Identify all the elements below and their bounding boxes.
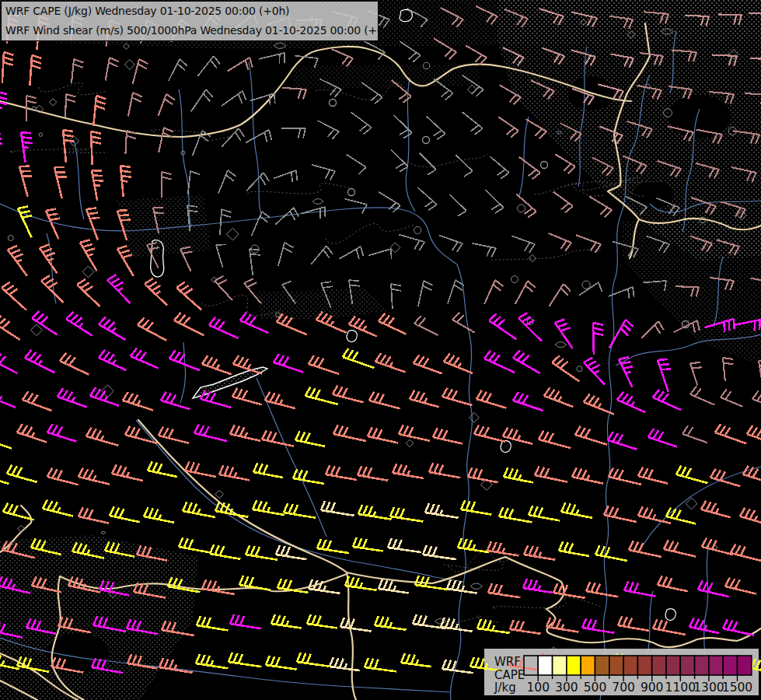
wind-barb [488,583,521,597]
wind-barb [369,392,400,409]
wind-barb [209,317,238,338]
stipple-top-center [291,64,480,89]
wind-barb [123,392,153,411]
white-outline-blob [501,441,511,453]
calm-circle [423,137,430,144]
wind-barb [584,358,605,385]
circle-glyph [511,276,518,283]
wind-barb [79,468,110,485]
wind-barb [311,246,333,264]
wind-barb [43,500,73,516]
legend-color-cell [581,656,595,675]
wind-barb [99,317,126,340]
wind-barb [452,313,475,333]
wind-barb [487,541,519,555]
wind-barb [191,89,213,111]
circle-glyph [414,226,421,233]
circle-glyph [8,235,13,240]
wind-barb [476,390,506,408]
wind-barb [752,390,761,408]
legend-tick-label: 300 [555,681,578,695]
wind-barb [77,279,100,306]
wind-barb [658,576,688,591]
legend-tick-label: 700 [612,681,635,695]
legend-tick-label: 100 [527,681,550,695]
wind-barb [535,466,567,481]
wind-barb [66,312,93,336]
wind-barb [731,544,761,562]
legend-color-cell [680,656,694,675]
wind-barb [232,388,262,405]
wind-barb [210,544,240,559]
wind-barb [513,351,540,373]
river-zala [180,342,186,403]
stipple-hole [668,95,731,138]
wind-barb [529,506,560,520]
wind-barb [390,507,424,522]
wind-barb [429,463,460,478]
weather-map-svg: 100300500700900110013001500WRFCAPEJ/kg [0,0,761,700]
wind-barb [747,425,761,444]
wind-barb [222,91,246,106]
wind-barb [702,538,733,555]
legend-tick-label: 1300 [693,681,724,695]
wind-barb [553,583,585,598]
wind-barb [246,545,278,560]
diamond-glyph [31,324,43,336]
stipple-above-lake [257,288,389,320]
wind-barb [0,352,18,373]
wind-barb [468,467,498,482]
wind-barb [582,618,614,633]
wind-barb [145,278,167,306]
wind-barb [477,619,510,633]
wind-barb [110,506,140,522]
wind-barb [30,55,41,86]
wind-barb [461,500,491,515]
wind-barb [86,428,118,446]
diamond-glyph [470,412,480,422]
wind-barb [353,537,383,551]
wind-barb [358,466,388,481]
wind-barb [539,431,571,449]
river-danube-upper [0,204,457,264]
wind-barb [410,390,439,408]
wind-barb [715,424,747,443]
wind-barb [333,386,364,403]
wind-barb [79,507,109,523]
legend-tick-label: 1500 [722,681,752,695]
wind-barb [201,390,232,408]
wind-barb [340,618,372,632]
circle-glyph [577,366,582,372]
wind-barb [604,506,637,522]
legend-tick-label: 500 [584,681,607,695]
wind-barb [484,280,503,304]
wind-barb [490,156,509,178]
wind-barb [138,317,166,340]
wind-barb [159,94,175,116]
wind-barb [624,581,655,597]
stipple-hole [633,180,673,208]
wind-barb [499,507,532,522]
wind-barb [572,467,603,483]
wind-barb [344,199,367,214]
wind-barb [86,208,100,240]
legend-tick-label: 900 [641,681,664,695]
wind-barb [552,355,579,381]
wind-barb [391,149,408,172]
wind-barb [229,653,262,667]
wind-barb [333,425,366,441]
wind-barb [519,157,540,180]
wind-barb [586,582,618,597]
wind-barb [23,391,52,411]
wind-barb [510,620,541,634]
wind-barb [548,233,571,251]
wind-barb [91,131,101,165]
wind-barb [516,194,536,218]
wind-barb [202,355,232,374]
wind-barb [723,619,754,635]
legend-tick-label: 1100 [665,681,696,695]
wind-barb [619,357,633,387]
wind-barb [47,424,76,442]
wind-barb [743,466,761,484]
wind-barb [131,348,159,369]
